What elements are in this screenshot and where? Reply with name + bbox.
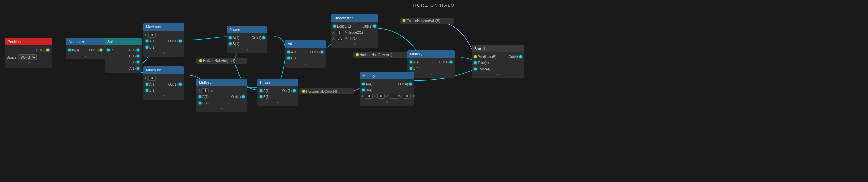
power1-label: Power [229,28,240,32]
position-label: Position [7,40,21,44]
split-g-port[interactable] [137,55,139,57]
maximum-a-port[interactable] [146,40,148,42]
branch-node: Branch Predicate(B) Out(4) True(4) False… [472,45,524,78]
branch-label: Branch [474,47,486,51]
multiply3-w[interactable]: 0 [403,94,411,99]
multiply3-y[interactable]: 0 [377,94,385,99]
split-in-port[interactable] [107,49,110,51]
minimum-out-port[interactable] [179,83,182,86]
power2-a-port[interactable] [260,89,262,92]
add-out-port[interactable] [321,51,323,53]
normalize-in-label: In(3) [72,48,79,52]
multiply3-x[interactable]: 0 [365,94,373,99]
power1-a-port[interactable] [229,36,232,39]
enable-horizon-halo-port[interactable] [403,19,405,22]
multiply1-b-port[interactable] [199,102,201,104]
horizon-halo-color-node: HorizonHaloColor(4) [299,88,354,94]
add-out-label: Out(1) [310,50,320,54]
branch-true-port[interactable] [474,61,477,64]
smoothstep-x1-value[interactable]: 1 [336,30,343,35]
branch-out-port[interactable] [519,55,522,58]
normalize-in-port[interactable] [68,49,71,51]
power2-out-port[interactable] [293,89,296,92]
add-chevron[interactable]: ∨ [285,61,326,66]
branch-header: Branch [472,45,524,52]
smoothstep-x2-value[interactable]: 0.5 [336,36,344,41]
smoothstep-x1-dot[interactable] [345,31,347,33]
horizon-halo-power-port[interactable] [356,53,359,56]
smoothstep-out-port[interactable] [373,25,376,28]
branch-predicate-label: Predicate(B) [478,55,497,59]
power2-b-port[interactable] [260,95,262,98]
maximum-out-port[interactable] [179,40,182,42]
position-out-port[interactable] [46,49,49,51]
add-label: Add [288,42,295,46]
maximum-out-label: Out(1) [168,39,178,43]
multiply2-b-label: B(4) [413,67,420,70]
maximum-chevron[interactable]: ∨ [143,50,184,55]
multiply1-a-port[interactable] [199,95,201,98]
minimum-a-label: A(1) [149,83,156,86]
multiply2-header: Multiply [407,50,455,58]
multiply1-chevron[interactable]: ∨ [196,106,247,111]
multiply2-b-port[interactable] [410,67,412,70]
power2-header: Power [257,79,298,86]
power1-out-port[interactable] [262,36,265,39]
maximum-b-port[interactable] [146,46,148,49]
branch-out-label: Out(4) [509,55,518,59]
multiply1-x-value[interactable]: -1 [201,88,209,93]
multiply3-b-port[interactable] [362,89,365,91]
minimum-chevron[interactable]: ∨ [143,93,184,98]
smoothstep-chevron[interactable]: ∨ [331,41,378,47]
split-a-port[interactable] [137,67,139,70]
branch-chevron[interactable]: ∨ [472,72,524,77]
multiply2-chevron[interactable]: ∨ [407,71,455,76]
multiply3-chevron[interactable]: ∨ [360,99,414,104]
add-a-port[interactable] [287,51,290,53]
multiply2-out-port[interactable] [450,61,452,63]
multiply3-a-port[interactable] [362,83,365,85]
normalize-node: Normalize In(3) Out(3) ∨ [66,38,105,59]
minimum-b-port[interactable] [146,89,148,92]
power1-b-port[interactable] [229,42,232,45]
multiply3-a-label: A(4) [366,82,372,86]
multiply3-out-port[interactable] [409,83,412,85]
smoothstep-x2-dot[interactable] [345,37,347,39]
branch-false-port[interactable] [474,68,477,70]
normalize-out-port[interactable] [100,49,102,51]
smoothstep-in-label: In(1) [350,37,357,40]
position-chevron[interactable]: ∨ [7,60,50,66]
smoothstep-edge1-port[interactable] [333,25,336,28]
split-r-port[interactable] [137,49,139,51]
multiply1-out-port[interactable] [242,95,245,98]
minimum-x-value[interactable]: 0 [148,76,156,81]
multiply3-z[interactable]: 0 [390,94,397,99]
split-b-label: B(1) [129,60,136,64]
power2-out-label: Out(1) [282,89,292,93]
maximum-a-label: A(1) [149,39,156,43]
power1-chevron[interactable]: ∨ [227,47,267,52]
split-g-label: G(1) [129,54,136,58]
multiply3-dot[interactable] [413,95,415,97]
horizon-halo-color-port[interactable] [302,90,305,93]
horizon-halo-height-port[interactable] [199,59,202,62]
multiply1-a-label: A(1) [202,95,209,99]
power2-chevron[interactable]: ∨ [257,100,298,105]
multiply3-label: Multiply [362,74,375,78]
branch-predicate-port[interactable] [474,55,477,58]
multiply3-header: Multiply [360,72,414,79]
minimum-a-port[interactable] [146,83,148,86]
multiply1-header: Multiply [196,79,247,86]
world-select[interactable]: World [18,54,37,60]
multiply2-a-port[interactable] [410,61,412,63]
add-b-port[interactable] [287,57,290,59]
branch-false-label: False(4) [478,67,490,71]
normalize-chevron[interactable]: ∨ [66,53,105,58]
split-b-port[interactable] [137,61,139,63]
normalize-out-label: Out(3) [89,48,99,52]
position-out-label: Out(3) [36,48,45,52]
maximum-label: Maximum [146,25,162,29]
multiply1-x-dot[interactable] [211,90,213,92]
maximum-x-value[interactable]: 0 [148,33,156,38]
multiply2-out-label: Out(4) [439,60,449,64]
